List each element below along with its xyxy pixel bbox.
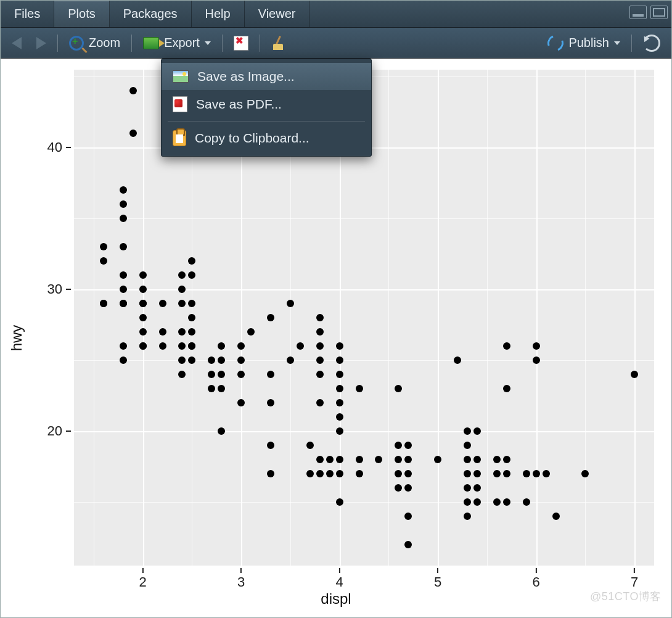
scatter-point <box>139 271 147 279</box>
scatter-point <box>336 342 343 350</box>
clear-all-button[interactable] <box>265 34 291 52</box>
scatter-point <box>178 286 186 293</box>
scatter-point <box>188 356 195 364</box>
scatter-point <box>100 257 107 265</box>
scatter-point <box>129 87 137 94</box>
publish-button[interactable]: Publish <box>541 33 626 54</box>
scatter-point <box>218 427 225 435</box>
tab-packages[interactable]: Packages <box>110 1 192 27</box>
scatter-point <box>237 371 245 378</box>
scatter-point <box>139 314 147 321</box>
scatter-point <box>336 470 343 477</box>
scatter-point <box>178 356 186 364</box>
scatter-point <box>139 286 147 293</box>
scatter-point <box>464 484 471 492</box>
scatter-point <box>120 342 127 350</box>
scatter-point <box>120 243 127 250</box>
zoom-icon <box>69 36 84 51</box>
scatter-point <box>493 498 501 506</box>
menu-item-save-pdf[interactable]: Save as PDF... <box>162 90 371 118</box>
scatter-point <box>316 371 324 378</box>
export-menu: Save as Image... Save as PDF... Copy to … <box>161 59 372 157</box>
scatter-point <box>316 328 324 336</box>
scatter-point <box>208 385 215 392</box>
scatter-point <box>493 456 501 463</box>
tab-label: Help <box>205 7 231 21</box>
tab-files[interactable]: Files <box>1 1 54 27</box>
export-icon <box>143 37 159 49</box>
refresh-button[interactable] <box>637 32 666 54</box>
scatter-point <box>404 456 412 463</box>
scatter-point <box>120 286 127 293</box>
scatter-point <box>356 456 363 463</box>
scatter-point <box>188 257 195 265</box>
scatter-point <box>316 456 324 463</box>
maximize-button[interactable] <box>650 6 668 19</box>
window-controls <box>629 6 668 19</box>
tab-plots[interactable]: Plots <box>54 1 109 27</box>
publish-icon <box>545 32 567 54</box>
x-tick: 2 <box>139 568 147 590</box>
x-tick: 6 <box>532 568 539 590</box>
scatter-point <box>503 385 510 392</box>
scatter-point <box>336 413 343 421</box>
remove-plot-button[interactable] <box>227 33 255 53</box>
back-button[interactable] <box>6 35 28 52</box>
export-button[interactable]: Export <box>137 33 217 52</box>
arrow-left-icon <box>12 37 22 49</box>
scatter-point <box>473 470 481 477</box>
scatter-point <box>306 442 314 449</box>
x-tick: 3 <box>237 568 245 590</box>
forward-button[interactable] <box>30 35 52 52</box>
scatter-point <box>120 200 127 208</box>
scatter-point <box>287 356 294 364</box>
menu-item-copy-clipboard[interactable]: Copy to Clipboard... <box>162 124 371 152</box>
scatter-point <box>473 498 481 506</box>
scatter-point <box>218 385 225 392</box>
scatter-point <box>454 356 461 364</box>
scatter-point <box>120 300 127 307</box>
scatter-point <box>326 470 334 477</box>
y-tick: 20 <box>47 423 71 439</box>
menu-item-save-image[interactable]: Save as Image... <box>162 63 371 90</box>
scatter-point <box>267 371 274 378</box>
zoom-button[interactable]: Zoom <box>63 33 126 53</box>
scatter-point <box>159 300 166 307</box>
scatter-point <box>188 300 195 307</box>
scatter-point <box>404 484 412 492</box>
tab-viewer[interactable]: Viewer <box>245 1 310 27</box>
scatter-point <box>493 470 501 477</box>
scatter-point <box>218 342 225 350</box>
scatter-point <box>326 456 334 463</box>
scatter-point <box>631 371 638 378</box>
scatter-point <box>336 356 343 364</box>
minimize-button[interactable] <box>629 6 647 19</box>
scatter-point <box>267 442 274 449</box>
scatter-point <box>404 470 412 477</box>
tab-help[interactable]: Help <box>192 1 245 27</box>
scatter-point <box>208 371 215 378</box>
scatter-point <box>533 356 540 364</box>
scatter-point <box>404 541 412 548</box>
scatter-point <box>464 513 471 520</box>
scatter-point <box>395 442 402 449</box>
menu-item-label: Save as Image... <box>197 69 295 84</box>
scatter-point <box>473 456 481 463</box>
scatter-point <box>267 314 274 321</box>
scatter-point <box>208 356 215 364</box>
scatter-point <box>316 470 324 477</box>
scatter-point <box>336 371 343 378</box>
scatter-point <box>404 513 412 520</box>
menu-item-label: Copy to Clipboard... <box>195 131 309 146</box>
scatter-point <box>316 399 324 406</box>
image-icon <box>173 70 189 83</box>
scatter-point <box>503 456 510 463</box>
scatter-point <box>316 342 324 350</box>
scatter-point <box>464 442 471 449</box>
scatter-point <box>139 300 147 307</box>
scatter-point <box>533 470 540 477</box>
x-tick: 7 <box>631 568 638 590</box>
tab-label: Packages <box>123 7 178 21</box>
scatter-point <box>267 470 274 477</box>
scatter-point <box>237 342 245 350</box>
